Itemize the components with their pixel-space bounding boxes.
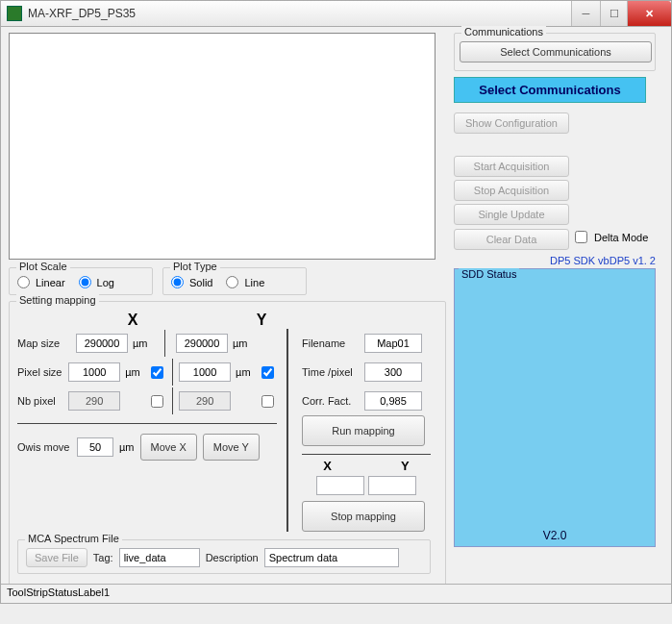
sdk-link[interactable]: DP5 SDK vbDP5 v1. 2: [454, 255, 656, 266]
nbpixel-y-input: [179, 391, 231, 411]
timepixel-input[interactable]: [364, 362, 422, 382]
stop-acquisition-button[interactable]: Stop Acquisition: [454, 180, 569, 201]
pixelsize-y-check[interactable]: [261, 366, 274, 379]
minimize-button[interactable]: ─: [571, 1, 600, 26]
titlebar: MA-XRF_DP5_PS35 ─ ☐ ✕: [0, 0, 672, 27]
show-configuration-button[interactable]: Show Configuration: [454, 112, 569, 134]
communications-group: Communications Select Communications: [454, 33, 656, 71]
radio-log[interactable]: Log: [79, 276, 114, 288]
corrfact-input[interactable]: [364, 391, 422, 411]
select-communications-button[interactable]: Select Communications: [460, 41, 652, 62]
filename-input[interactable]: [364, 334, 422, 353]
radio-line[interactable]: Line: [226, 276, 264, 288]
maximize-button[interactable]: ☐: [600, 1, 627, 26]
sdd-version: V2.0: [455, 529, 655, 542]
radio-solid[interactable]: Solid: [171, 276, 212, 288]
pixelsize-y-input[interactable]: [179, 362, 231, 382]
move-x-button[interactable]: Move X: [140, 434, 197, 461]
nbpixel-y-check[interactable]: [261, 395, 274, 408]
pixelsize-x-input[interactable]: [68, 362, 120, 382]
mapsize-x-input[interactable]: [76, 334, 128, 353]
plot-area: [9, 33, 436, 260]
x-header: X: [75, 312, 190, 329]
save-file-button[interactable]: Save File: [26, 548, 87, 567]
stop-mapping-button[interactable]: Stop mapping: [302, 501, 425, 532]
plot-type-group: Plot Type Solid Line: [162, 267, 307, 295]
window-title: MA-XRF_DP5_PS35: [28, 7, 571, 20]
mapsize-y-input[interactable]: [176, 334, 228, 353]
pixelsize-x-check[interactable]: [151, 366, 163, 379]
setting-mapping-group: Setting mapping X Y Map size µm µm: [9, 301, 446, 588]
delta-mode-check[interactable]: Delta Mode: [572, 231, 648, 243]
tag-input[interactable]: [119, 548, 200, 567]
start-acquisition-button[interactable]: Start Acquisition: [454, 156, 569, 177]
move-y-button[interactable]: Move Y: [203, 434, 260, 461]
radio-linear[interactable]: Linear: [17, 276, 65, 288]
nbpixel-x-input: [68, 391, 120, 411]
run-mapping-button[interactable]: Run mapping: [302, 415, 425, 446]
description-input[interactable]: [264, 548, 399, 567]
stop-y-input[interactable]: [368, 476, 416, 495]
select-communications-banner: Select Communications: [454, 77, 646, 103]
mca-group: MCA Spectrum File Save File Tag: Descrip…: [17, 539, 431, 574]
owis-input[interactable]: [77, 437, 113, 457]
app-icon: [7, 6, 22, 21]
status-bar: ToolStripStatusLabel1: [1, 584, 671, 603]
nbpixel-x-check[interactable]: [151, 395, 163, 408]
y-header: Y: [217, 312, 306, 329]
close-button[interactable]: ✕: [627, 1, 671, 26]
plot-scale-group: Plot Scale Linear Log: [9, 267, 153, 295]
sdd-status-panel: SDD Status V2.0: [454, 268, 656, 547]
clear-data-button[interactable]: Clear Data: [454, 229, 569, 250]
stop-x-input[interactable]: [316, 476, 364, 495]
single-update-button[interactable]: Single Update: [454, 204, 569, 225]
